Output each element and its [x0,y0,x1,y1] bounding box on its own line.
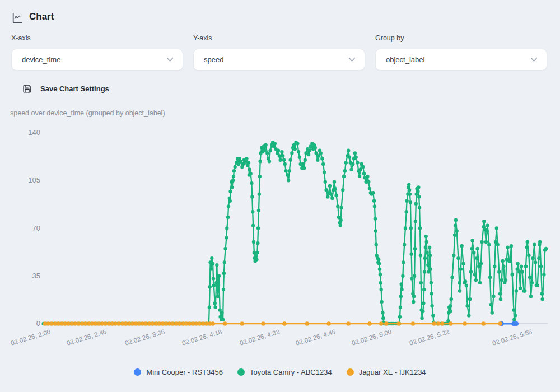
data-point [225,226,228,230]
data-point [463,321,467,326]
data-point [222,288,225,291]
data-point [314,146,317,150]
data-point [404,226,407,230]
data-point [273,142,277,145]
data-point [353,151,357,155]
data-point [523,289,526,292]
data-point [425,240,428,244]
data-point [358,175,361,178]
data-point [516,262,519,265]
data-point [486,223,489,227]
data-point [460,244,464,248]
data-point [223,247,227,250]
data-point [384,321,389,326]
data-point [478,281,482,284]
data-point [526,240,529,244]
data-point [423,256,427,260]
data-point [417,185,420,189]
data-point [428,254,432,257]
data-point [217,284,220,287]
data-point [440,321,445,326]
data-point [308,149,311,152]
data-point [277,149,280,152]
legend-item-0[interactable]: Mini Cooper - RST3456 [134,368,223,376]
data-point [486,229,489,232]
data-point [208,285,212,288]
data-point [468,297,472,301]
data-point [510,244,513,248]
data-point [223,260,226,264]
data-point [379,281,382,284]
legend-item-2[interactable]: Jaguar XE - IJK1234 [347,368,426,376]
data-point [347,149,350,152]
legend-item-1[interactable]: Toyota Camry - ABC1234 [237,368,332,376]
data-point [321,162,325,166]
data-point [405,199,408,203]
data-point [400,288,403,291]
data-point [381,316,385,320]
data-point [377,262,381,265]
data-point [239,160,242,163]
data-point [534,260,537,264]
data-point [511,273,514,276]
data-point [231,179,235,182]
data-point [487,243,491,246]
data-point [492,295,495,298]
data-point [212,277,215,280]
data-point [230,185,234,189]
data-point [527,254,530,257]
data-point [213,301,217,305]
data-point [339,218,343,222]
data-point [302,166,306,170]
data-point [227,204,230,208]
data-point [529,295,533,298]
data-point [538,240,542,244]
data-point [541,297,544,301]
data-point [223,321,227,326]
data-point [326,321,331,326]
data-point [467,314,470,317]
data-point [320,157,324,160]
data-point [221,318,225,321]
data-point [280,150,283,153]
legend-dot [134,368,141,376]
data-point [209,267,213,270]
data-point [240,321,245,326]
data-point [286,173,289,176]
legend-label: Mini Cooper - RST3456 [146,368,223,376]
data-point [374,229,377,232]
data-point [409,226,413,230]
data-point [251,223,255,227]
data-point [279,158,282,162]
data-point [259,160,262,163]
data-point [232,175,235,178]
data-point [354,156,358,159]
data-point [401,274,404,278]
data-point [263,149,267,152]
data-point [465,304,469,307]
data-point [498,321,502,326]
data-point [519,287,522,290]
data-point [288,169,291,172]
data-point [343,169,347,172]
data-point [256,241,259,245]
data-point [482,220,486,223]
data-point [212,284,216,287]
data-point [497,270,501,273]
data-point [399,295,403,298]
legend-label: Toyota Camry - ABC1234 [250,368,332,376]
data-point [252,240,255,244]
data-point [479,262,483,265]
data-point [512,308,515,311]
data-point [493,265,496,268]
data-point [361,165,365,169]
data-point [421,310,424,313]
data-point [366,175,369,178]
data-point [410,277,413,280]
data-point [428,245,431,249]
data-point [537,256,540,260]
data-point [450,297,453,301]
data-point [473,273,477,276]
data-point [525,245,529,249]
data-point [413,247,417,250]
